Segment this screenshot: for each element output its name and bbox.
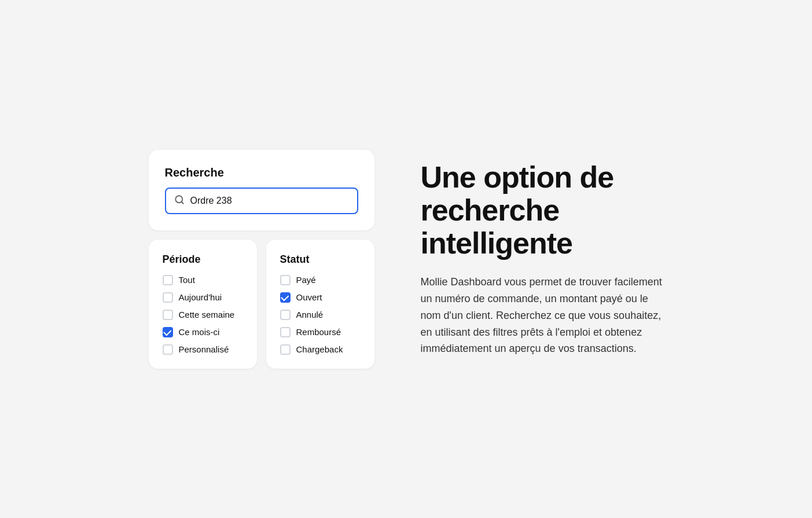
periode-label-tout: Tout xyxy=(179,275,195,285)
statut-checkbox-annule[interactable] xyxy=(280,310,291,320)
periode-option-aujourdhui[interactable]: Aujourd'hui xyxy=(163,292,243,303)
statut-checkbox-paye[interactable] xyxy=(280,275,291,285)
periode-checkbox-aujourdhui[interactable] xyxy=(163,292,173,303)
statut-option-chargeback[interactable]: Chargeback xyxy=(280,344,361,355)
periode-title: Période xyxy=(163,254,243,266)
description-text: Mollie Dashboard vous permet de trouver … xyxy=(421,274,664,357)
statut-card: Statut Payé Ouvert Annulé xyxy=(266,240,374,369)
periode-list: Tout Aujourd'hui Cette semaine Ce mois-c… xyxy=(163,275,243,355)
search-title: Recherche xyxy=(165,166,358,179)
periode-checkbox-personnalise[interactable] xyxy=(163,344,173,355)
svg-line-1 xyxy=(181,201,183,203)
right-panel: Une option de recherche intelligente Mol… xyxy=(421,161,664,358)
filters-row: Période Tout Aujourd'hui Cette semaine xyxy=(149,240,374,369)
periode-option-tout[interactable]: Tout xyxy=(163,275,243,285)
search-icon xyxy=(174,194,185,207)
statut-label-chargeback: Chargeback xyxy=(296,344,343,354)
statut-label-rembourse: Remboursé xyxy=(296,327,341,337)
statut-checkbox-chargeback[interactable] xyxy=(280,344,291,355)
statut-label-paye: Payé xyxy=(296,275,316,285)
statut-option-ouvert[interactable]: Ouvert xyxy=(280,292,361,303)
periode-label-cette-semaine: Cette semaine xyxy=(179,310,235,319)
periode-option-ce-mois-ci[interactable]: Ce mois-ci xyxy=(163,327,243,337)
periode-label-aujourdhui: Aujourd'hui xyxy=(179,292,222,302)
page-container: Recherche Période Tout xyxy=(0,127,812,392)
periode-label-personnalise: Personnalisé xyxy=(179,344,229,354)
search-card: Recherche xyxy=(149,150,374,230)
main-heading: Une option de recherche intelligente xyxy=(421,161,664,260)
periode-option-personnalise[interactable]: Personnalisé xyxy=(163,344,243,355)
statut-title: Statut xyxy=(280,254,361,266)
periode-checkbox-ce-mois-ci[interactable] xyxy=(163,327,173,337)
statut-option-annule[interactable]: Annulé xyxy=(280,310,361,320)
statut-checkbox-ouvert[interactable] xyxy=(280,292,291,303)
statut-option-paye[interactable]: Payé xyxy=(280,275,361,285)
periode-label-ce-mois-ci: Ce mois-ci xyxy=(179,327,220,337)
statut-list: Payé Ouvert Annulé Remboursé xyxy=(280,275,361,355)
periode-card: Période Tout Aujourd'hui Cette semaine xyxy=(149,240,257,369)
periode-checkbox-cette-semaine[interactable] xyxy=(163,310,173,320)
statut-label-annule: Annulé xyxy=(296,310,324,319)
periode-option-cette-semaine[interactable]: Cette semaine xyxy=(163,310,243,320)
search-input-wrapper xyxy=(165,188,358,214)
left-panel: Recherche Période Tout xyxy=(149,150,374,369)
statut-option-rembourse[interactable]: Remboursé xyxy=(280,327,361,337)
search-input[interactable] xyxy=(190,196,349,206)
periode-checkbox-tout[interactable] xyxy=(163,275,173,285)
statut-label-ouvert: Ouvert xyxy=(296,292,322,302)
statut-checkbox-rembourse[interactable] xyxy=(280,327,291,337)
